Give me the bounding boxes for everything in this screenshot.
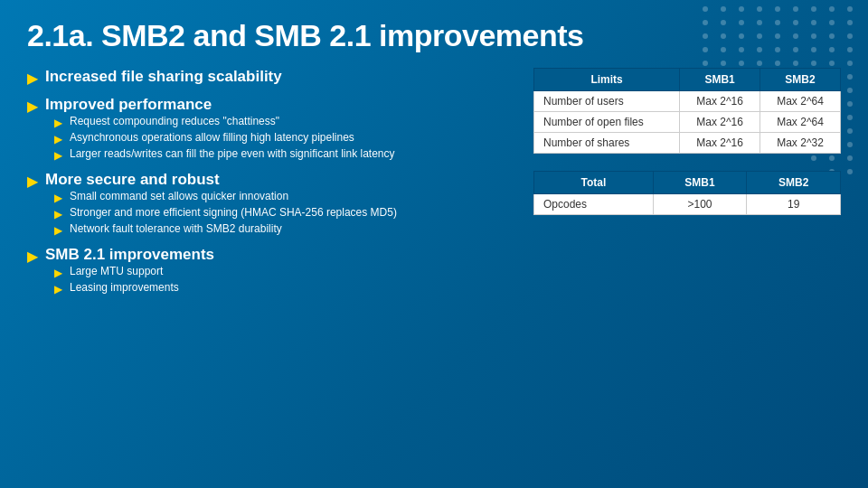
arrow-icon-sub3: ▶ xyxy=(54,149,62,162)
arrow-icon-smb21-sub2: ▶ xyxy=(54,283,62,296)
cell-openfiles-smb1: Max 2^16 xyxy=(680,112,760,133)
secure-title: More secure and robust xyxy=(45,171,220,189)
performance-title: Improved performance xyxy=(45,96,212,114)
smb21-subs: ▶ Large MTU support ▶ Leasing improvemen… xyxy=(54,265,841,296)
sub-bullet-3: ▶ Larger reads/writes can fill the pipe … xyxy=(54,147,524,162)
cell-openfiles-label: Number of open files xyxy=(534,112,680,133)
table-row: Number of shares Max 2^16 Max 2^32 xyxy=(534,133,841,154)
sub-text-smb21-1: Large MTU support xyxy=(70,265,163,277)
arrow-icon-secure-sub3: ▶ xyxy=(54,224,62,237)
sub-bullet-smb21-1: ▶ Large MTU support xyxy=(54,265,841,279)
file-sharing-title: Increased file sharing scalability xyxy=(45,68,282,86)
bullet-file-sharing: ▶ Increased file sharing scalability xyxy=(27,68,524,87)
secure-subs: ▶ Small command set allows quicker innov… xyxy=(54,190,524,237)
table2-col-smb1: SMB1 xyxy=(653,172,747,194)
table1-col-smb1: SMB1 xyxy=(680,69,760,91)
sub-text-secure-3: Network fault tolerance with SMB2 durabi… xyxy=(70,222,282,235)
cell-opcodes-label: Opcodes xyxy=(534,194,654,215)
middle-section: ▶ More secure and robust ▶ Small command… xyxy=(27,171,841,237)
cell-shares-smb2: Max 2^32 xyxy=(760,133,841,154)
arrow-icon-secure-sub2: ▶ xyxy=(54,208,62,221)
table1-col-smb2: SMB2 xyxy=(760,69,841,91)
arrow-icon-smb21-sub1: ▶ xyxy=(54,267,62,279)
bullet-secure: ▶ More secure and robust xyxy=(27,171,524,190)
sub-bullet-2: ▶ Asynchronous operations allow filling … xyxy=(54,131,524,145)
sub-bullet-secure-3: ▶ Network fault tolerance with SMB2 dura… xyxy=(54,222,524,237)
bullet-performance: ▶ Improved performance xyxy=(27,96,524,115)
arrow-icon-sub2: ▶ xyxy=(54,133,62,145)
content-area: ▶ Increased file sharing scalability ▶ I… xyxy=(27,68,841,296)
table1-col-limits: Limits xyxy=(534,69,680,91)
table-row: Opcodes >100 19 xyxy=(534,194,841,215)
sub-text-3: Larger reads/writes can fill the pipe ev… xyxy=(70,147,395,160)
cell-opcodes-smb1: >100 xyxy=(653,194,747,215)
table-row: Number of open files Max 2^16 Max 2^64 xyxy=(534,112,841,133)
table2-col-smb2: SMB2 xyxy=(747,172,841,194)
smb21-title: SMB 2.1 improvements xyxy=(45,246,214,264)
slide-title: 2.1a. SMB2 and SMB 2.1 improvements xyxy=(27,18,841,53)
table2-header-row: Total SMB1 SMB2 xyxy=(534,172,841,194)
cell-users-label: Number of users xyxy=(534,91,680,112)
sub-text-secure-2: Stronger and more efficient signing (HMA… xyxy=(70,206,397,219)
table1-header-row: Limits SMB1 SMB2 xyxy=(534,69,841,91)
limits-table: Limits SMB1 SMB2 Number of users Max 2^1… xyxy=(533,68,841,154)
table1-area: Limits SMB1 SMB2 Number of users Max 2^1… xyxy=(533,68,841,154)
arrow-icon-secure: ▶ xyxy=(27,173,38,190)
sub-bullet-1: ▶ Request compounding reduces "chattines… xyxy=(54,115,524,129)
performance-section: ▶ Improved performance ▶ Request compoun… xyxy=(27,96,524,162)
performance-subs: ▶ Request compounding reduces "chattines… xyxy=(54,115,524,162)
sub-bullet-secure-2: ▶ Stronger and more efficient signing (H… xyxy=(54,206,524,221)
cell-shares-smb1: Max 2^16 xyxy=(680,133,760,154)
table-row: Number of users Max 2^16 Max 2^64 xyxy=(534,91,841,112)
top-section: ▶ Increased file sharing scalability ▶ I… xyxy=(27,68,841,165)
file-sharing-section: ▶ Increased file sharing scalability xyxy=(27,68,524,87)
left-bullets: ▶ Increased file sharing scalability ▶ I… xyxy=(27,68,524,165)
cell-shares-label: Number of shares xyxy=(534,133,680,154)
sub-text-smb21-2: Leasing improvements xyxy=(70,281,179,294)
sub-bullet-secure-1: ▶ Small command set allows quicker innov… xyxy=(54,190,524,204)
smb21-section: ▶ SMB 2.1 improvements ▶ Large MTU suppo… xyxy=(27,246,841,296)
sub-bullet-smb21-2: ▶ Leasing improvements xyxy=(54,281,841,296)
arrow-icon-sub1: ▶ xyxy=(54,117,62,129)
arrow-icon-file-sharing: ▶ xyxy=(27,70,38,87)
arrow-icon-performance: ▶ xyxy=(27,98,38,115)
cell-users-smb2: Max 2^64 xyxy=(760,91,841,112)
sub-text-1: Request compounding reduces "chattiness" xyxy=(70,115,279,127)
sub-text-secure-1: Small command set allows quicker innovat… xyxy=(70,190,288,202)
sub-text-2: Asynchronous operations allow filling hi… xyxy=(70,131,354,144)
total-table: Total SMB1 SMB2 Opcodes >100 19 xyxy=(533,171,841,215)
cell-users-smb1: Max 2^16 xyxy=(680,91,760,112)
secure-section: ▶ More secure and robust ▶ Small command… xyxy=(27,171,524,237)
arrow-icon-secure-sub1: ▶ xyxy=(54,192,62,204)
table2-col-total: Total xyxy=(534,172,654,194)
cell-openfiles-smb2: Max 2^64 xyxy=(760,112,841,133)
table2-area: Total SMB1 SMB2 Opcodes >100 19 xyxy=(533,171,841,215)
arrow-icon-smb21: ▶ xyxy=(27,248,38,265)
bullet-smb21: ▶ SMB 2.1 improvements xyxy=(27,246,841,265)
cell-opcodes-smb2: 19 xyxy=(747,194,841,215)
